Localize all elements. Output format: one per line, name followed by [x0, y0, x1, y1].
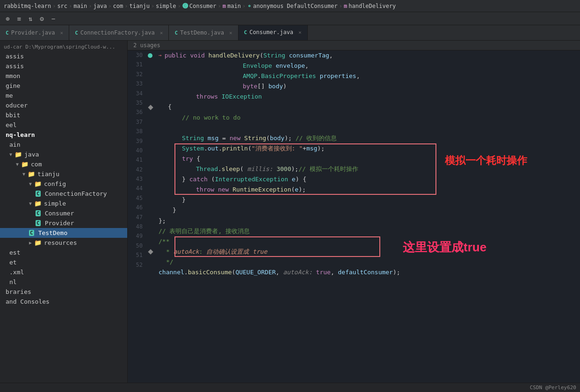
- breadcrumb-method-icon2: m: [344, 3, 347, 9]
- java-consumer-icon: C: [36, 210, 41, 216]
- chevron-resources: ▶: [29, 240, 32, 245]
- tab-cf-label: ConnectionFactory.java: [80, 29, 155, 36]
- toolbar-settings-icon[interactable]: ⚙: [38, 14, 45, 23]
- folder-java-icon: 📁: [14, 151, 22, 158]
- sidebar-me[interactable]: me: [0, 91, 127, 100]
- sidebar-tianju[interactable]: ▼ 📁 tianju: [0, 169, 127, 179]
- code-line-47: // 表明自己是消费者, 接收消息: [159, 226, 576, 236]
- gutter-diamond-35: [148, 105, 153, 110]
- java-testdemo-icon: C: [29, 230, 34, 236]
- breadcrumb-anon-icon: ⚬: [247, 3, 252, 9]
- sidebar-assis[interactable]: assis: [0, 51, 127, 61]
- toolbar-globe-icon[interactable]: ⊕: [4, 14, 11, 23]
- breadcrumb-method-icon1: m: [223, 3, 226, 9]
- sidebar-mmon[interactable]: mmon: [0, 71, 127, 81]
- code-line-37: [159, 123, 576, 133]
- sidebar-ain[interactable]: ain: [0, 140, 127, 150]
- tab-provider-icon: C: [6, 30, 9, 36]
- folder-config-icon: 📁: [34, 180, 42, 187]
- code-line-50: */: [159, 257, 576, 267]
- chevron-simple: ▼: [29, 201, 32, 206]
- code-line-30: → public void handleDelivery(String cons…: [159, 50, 576, 61]
- toolbar: ⊕ ≡ ⇅ ⚙ −: [0, 12, 580, 25]
- code-line-38: String msg = new String(body); // 收到的信息: [159, 133, 576, 143]
- folder-simple-icon: 📁: [34, 200, 42, 207]
- sidebar-simple[interactable]: ▼ 📁 simple: [0, 199, 127, 208]
- breadcrumb: rabbitmq-learn › src › main › java › com…: [0, 0, 580, 12]
- tabs-bar: C Provider.java × C ConnectionFactory.ja…: [0, 25, 580, 41]
- code-line-39: System.out.println("消费者接收到: "+msg);: [159, 143, 576, 154]
- chevron-config: ▼: [29, 181, 32, 186]
- sidebar-oducer[interactable]: oducer: [0, 100, 127, 110]
- toolbar-collapse-icon[interactable]: −: [50, 14, 57, 23]
- main-content: ud-car D:\Myprogram\springCloud-w... ass…: [0, 41, 580, 383]
- folder-com-icon: 📁: [21, 161, 29, 168]
- sidebar-gine[interactable]: gine: [0, 81, 127, 91]
- sidebar-et[interactable]: et: [0, 257, 127, 267]
- tab-testdemo[interactable]: C TestDemo.java ×: [169, 25, 238, 40]
- folder-tianju-icon: 📁: [28, 171, 35, 178]
- sidebar-com[interactable]: ▼ 📁 com: [0, 159, 127, 169]
- sidebar-bbit[interactable]: bbit: [0, 110, 127, 120]
- tab-provider[interactable]: C Provider.java ×: [0, 25, 69, 40]
- sidebar-eel[interactable]: eel: [0, 120, 127, 130]
- code-line-33: byte[] body): [159, 81, 576, 92]
- sidebar-config[interactable]: ▼ 📁 config: [0, 179, 127, 189]
- tab-provider-close[interactable]: ×: [60, 30, 64, 36]
- sidebar-consoles[interactable]: and Consoles: [0, 297, 127, 306]
- code-line-46: };: [159, 216, 576, 226]
- folder-resources-icon: 📁: [34, 239, 42, 246]
- bottom-bar: CSDN @Perley620: [0, 383, 580, 392]
- code-lines: → public void handleDelivery(String cons…: [155, 50, 580, 288]
- code-content: 30 31 32 33 34 35 36 37 38 39 40 41 42 4…: [128, 50, 580, 288]
- sidebar-connectionfactory-file[interactable]: C ConnectionFactory: [0, 189, 127, 199]
- tab-connectionfactory[interactable]: C ConnectionFactory.java ×: [69, 25, 169, 40]
- code-line-49: * autoAck: 自动确认设置成 true: [159, 247, 576, 257]
- tab-td-close[interactable]: ×: [229, 30, 232, 36]
- toolbar-sort-icon[interactable]: ⇅: [27, 14, 34, 23]
- java-provider-icon: C: [36, 220, 41, 226]
- sidebar: ud-car D:\Myprogram\springCloud-w... ass…: [0, 41, 128, 383]
- sidebar-java[interactable]: ▼ 📁 java: [0, 150, 127, 159]
- tab-consumer-icon: C: [244, 29, 247, 36]
- breadcrumb-project: rabbitmq-learn: [4, 3, 51, 9]
- code-line-52: [159, 278, 576, 288]
- code-line-36: // no work to do: [159, 113, 576, 123]
- tab-td-label: TestDemo.java: [180, 29, 224, 36]
- tab-cf-close[interactable]: ×: [160, 30, 163, 36]
- csdn-label: CSDN @Perley620: [530, 385, 576, 391]
- sidebar-assis2[interactable]: assis: [0, 61, 127, 71]
- sidebar-xml[interactable]: .xml: [0, 267, 127, 277]
- code-editor[interactable]: 2 usages 30 31 32 33 34 35 36 37 38 39 4…: [128, 41, 580, 383]
- sidebar-nl[interactable]: nl: [0, 277, 127, 287]
- tab-consumer[interactable]: C Consumer.java ×: [239, 25, 308, 40]
- sidebar-nqlearn[interactable]: nq-learn: [0, 130, 127, 140]
- sidebar-consumer-file[interactable]: C Consumer: [0, 208, 127, 218]
- chevron-com: ▼: [16, 162, 19, 167]
- gutter-diamond-49: [148, 249, 153, 254]
- sidebar-testdemo-file[interactable]: C TestDemo: [0, 228, 127, 238]
- gutter-breakpoint-30[interactable]: [148, 53, 152, 58]
- arrow-30: →: [159, 51, 162, 60]
- code-line-42: } catch (InterruptedException e) {: [159, 174, 576, 185]
- usage-bar: 2 usages: [128, 41, 580, 50]
- sidebar-provider-file[interactable]: C Provider: [0, 218, 127, 228]
- code-line-48: /**: [159, 236, 576, 247]
- sidebar-path: ud-car D:\Myprogram\springCloud-w...: [0, 43, 127, 51]
- sidebar-est[interactable]: est: [0, 248, 127, 257]
- tab-provider-label: Provider.java: [11, 29, 55, 36]
- tab-consumer-close[interactable]: ×: [298, 29, 302, 36]
- java-cf-icon: C: [36, 191, 41, 197]
- code-line-43: throw new RuntimeException(e);: [159, 185, 576, 195]
- sidebar-libraries[interactable]: braries: [0, 287, 127, 297]
- tab-td-icon: C: [174, 30, 178, 36]
- toolbar-list-icon[interactable]: ≡: [15, 14, 22, 23]
- chevron-tianju: ▼: [22, 171, 25, 177]
- sidebar-resources[interactable]: ▶ 📁 resources: [0, 238, 127, 248]
- code-line-40: try {: [159, 154, 576, 164]
- tab-consumer-label: Consumer.java: [249, 29, 293, 36]
- code-line-44: }: [159, 195, 576, 205]
- gutter-col: [146, 50, 155, 288]
- code-line-45: }: [159, 205, 576, 215]
- chevron-java: ▼: [9, 152, 12, 157]
